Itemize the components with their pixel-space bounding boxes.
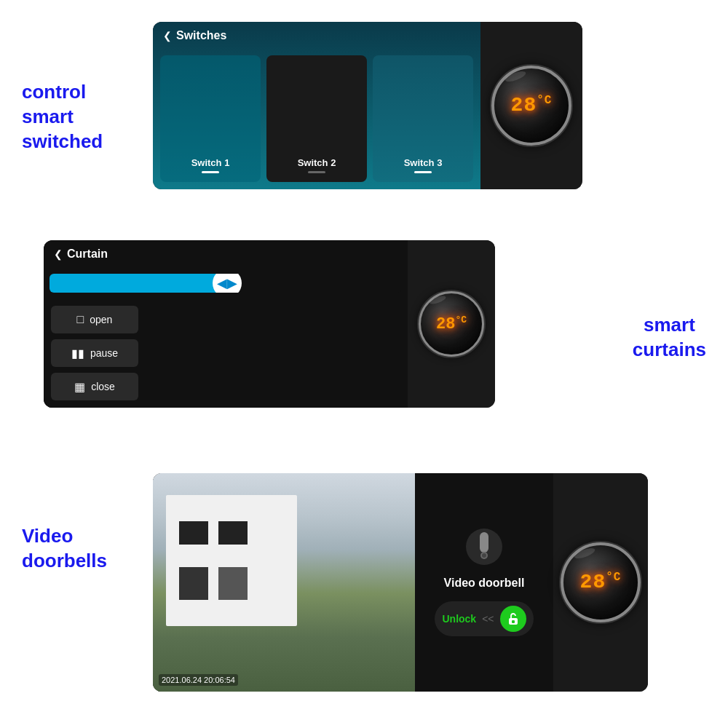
unlock-icon xyxy=(507,612,520,625)
temperature-display-panel3: 28°C xyxy=(580,571,622,593)
switches-title: Switches xyxy=(176,29,226,42)
window-1 xyxy=(179,521,208,545)
panel1-thermometer: 28°C xyxy=(480,22,582,189)
switch-card-2[interactable]: Switch 2 xyxy=(266,55,367,182)
doorbell-device-panel: 2021.06.24 20:06:54 Video doorbell Unloc… xyxy=(153,473,648,692)
window-3 xyxy=(179,567,208,600)
building-white xyxy=(166,495,297,626)
doorbell-svg-icon xyxy=(474,532,494,561)
svg-point-2 xyxy=(482,553,486,558)
curtain-direction-icon[interactable]: ◀▶ xyxy=(213,274,242,293)
chevron-icon: << xyxy=(482,613,494,625)
switches-device-panel: ❮ Switches Switch 1 Switch 2 Switch 3 28… xyxy=(153,22,582,189)
switch2-bar xyxy=(308,171,325,173)
thermo-circle-panel3: 28°C xyxy=(561,542,641,622)
doorbell-title-text: Video doorbell xyxy=(444,577,525,590)
open-label: open xyxy=(90,314,112,325)
window-2 xyxy=(218,521,248,545)
switch2-label: Switch 2 xyxy=(298,157,336,168)
back-arrow-icon[interactable]: ❮ xyxy=(163,30,172,41)
close-curtain-icon: ▦ xyxy=(74,380,85,394)
switches-screen: ❮ Switches Switch 1 Switch 2 Switch 3 xyxy=(153,22,480,189)
doorbell-device-icon xyxy=(466,529,502,565)
curtain-header: ❮ Curtain xyxy=(44,240,408,268)
curtain-back-icon[interactable]: ❮ xyxy=(54,248,63,260)
thermo-circle-panel1: 28°C xyxy=(491,66,571,146)
unlock-button[interactable] xyxy=(500,606,526,632)
switch-card-3[interactable]: Switch 3 xyxy=(373,55,473,182)
switch3-label: Switch 3 xyxy=(404,157,443,168)
switch-cards-container: Switch 1 Switch 2 Switch 3 xyxy=(153,50,480,189)
video-timestamp: 2021.06.24 20:06:54 xyxy=(159,674,238,686)
curtain-screen: ❮ Curtain ◀▶ □ open ▮▮ pause ▦ close xyxy=(44,240,408,408)
switch1-label: Switch 1 xyxy=(191,157,230,168)
svg-rect-0 xyxy=(480,532,488,553)
pause-curtain-icon: ▮▮ xyxy=(71,347,84,360)
curtain-open-button[interactable]: □ open xyxy=(51,306,138,333)
switch-card-1[interactable]: Switch 1 xyxy=(160,55,261,182)
video-feed: 2021.06.24 20:06:54 xyxy=(153,473,415,692)
panel3-description: Video doorbells xyxy=(22,524,107,574)
switches-header: ❮ Switches xyxy=(153,22,480,50)
doorbell-screen: 2021.06.24 20:06:54 Video doorbell Unloc… xyxy=(153,473,553,692)
curtain-left-panel: ◀▶ xyxy=(50,274,226,293)
temperature-display-panel1: 28°C xyxy=(511,94,553,116)
curtain-device-panel: ❮ Curtain ◀▶ □ open ▮▮ pause ▦ close xyxy=(44,240,495,408)
doorbell-info-panel: Video doorbell Unlock << xyxy=(415,473,553,692)
open-curtain-icon: □ xyxy=(77,313,84,326)
panel2-thermometer: 28°C xyxy=(408,240,495,408)
curtain-close-button[interactable]: ▦ close xyxy=(51,373,138,400)
thermo-circle-panel2: 28°C xyxy=(419,291,484,357)
curtain-title: Curtain xyxy=(67,248,108,261)
panel2-description: smart curtains xyxy=(633,313,706,363)
pause-label: pause xyxy=(90,347,118,359)
door-opening xyxy=(218,567,248,600)
svg-rect-4 xyxy=(512,620,515,623)
temperature-display-panel2: 28°C xyxy=(436,314,467,333)
panel3-thermometer: 28°C xyxy=(553,473,648,692)
unlock-label: Unlock xyxy=(442,613,476,625)
panel1-description: control smart switched xyxy=(22,80,103,154)
switch3-bar xyxy=(414,171,432,173)
curtain-right-panel xyxy=(226,274,402,293)
switch1-bar xyxy=(202,171,219,173)
doorbell-unlock-row[interactable]: Unlock << xyxy=(435,601,533,636)
curtain-pause-button[interactable]: ▮▮ pause xyxy=(51,339,138,367)
curtain-preview: ◀▶ xyxy=(50,274,402,293)
curtain-controls: □ open ▮▮ pause ▦ close xyxy=(44,298,146,408)
close-label: close xyxy=(91,381,115,392)
